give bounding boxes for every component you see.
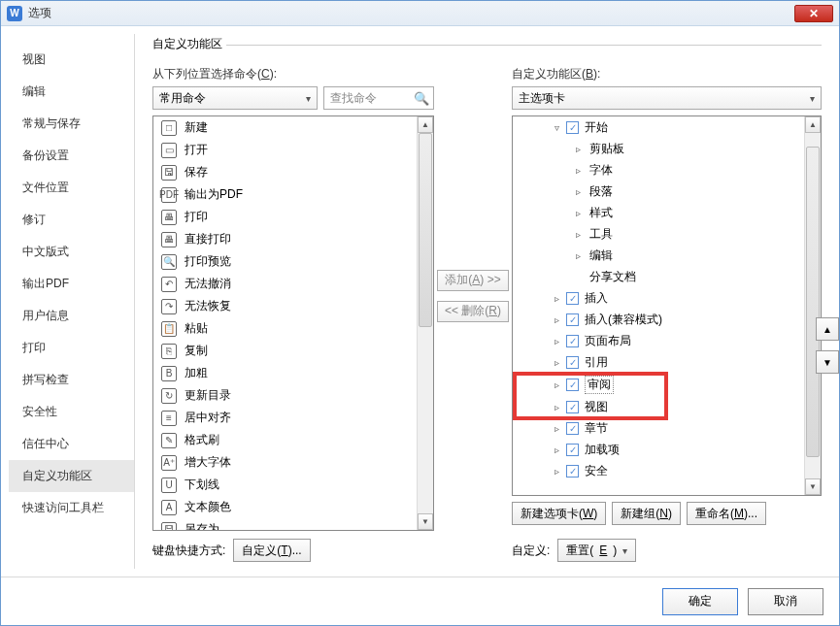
checkbox[interactable]: ✓ [566,422,579,435]
sidebar-item[interactable]: 常规与保存 [9,108,134,140]
checkbox[interactable]: ✓ [566,444,579,456]
expand-icon[interactable]: ▹ [552,402,562,412]
command-item[interactable]: A⁺增大字体▸ [153,451,433,474]
tree-row[interactable]: ▹✓插入 [513,287,821,309]
checkbox[interactable]: ✓ [566,356,579,369]
command-item[interactable]: ↷无法恢复 [153,295,433,317]
tree-row[interactable]: ▿✓开始 [513,116,821,138]
tree-row[interactable]: ▹✓引用 [513,351,821,373]
tree-row[interactable]: ▹✓页面布局 [513,330,821,351]
rename-button[interactable]: 重命名(M)... [687,502,766,525]
expand-icon[interactable] [573,272,584,282]
add-button[interactable]: 添加(A) >> [437,270,509,291]
cancel-button[interactable]: 取消 [748,588,823,615]
commands-category-dropdown[interactable]: 常用命令▾ [152,86,318,110]
expand-icon[interactable]: ▹ [552,466,562,477]
expand-icon[interactable]: ▹ [552,445,562,455]
sidebar-item[interactable]: 拼写检查 [9,364,134,396]
tree-row[interactable]: ▹✓安全 [513,460,821,481]
scroll-thumb[interactable] [806,147,820,457]
command-item[interactable]: PDF输出为PDF [153,183,433,206]
command-item[interactable]: 📋粘贴 [153,317,433,340]
expand-icon[interactable]: ▹ [573,229,584,240]
scrollbar[interactable]: ▲ ▼ [417,116,433,530]
ribbon-tree[interactable]: ▿✓开始▹剪贴板▹字体▹段落▹样式▹工具▹编辑分享文档▹✓插入▹✓插入(兼容模式… [512,115,822,496]
expand-icon[interactable]: ▹ [573,250,584,261]
command-item[interactable]: ↶无法撤消 [153,273,433,295]
customize-shortcuts-button[interactable]: 自定义(T)... [233,539,310,562]
scrollbar[interactable]: ▲ ▼ [804,116,821,495]
commands-listbox[interactable]: □新建▭打开🖫保存PDF输出为PDF🖶打印🖶直接打印🔍打印预览↶无法撤消↷无法恢… [152,115,434,531]
tree-row[interactable]: ▹✓审阅 [513,373,821,396]
move-up-button[interactable]: ▲ [816,317,839,341]
expand-icon[interactable]: ▹ [573,208,584,218]
command-item[interactable]: 🖫保存 [153,161,433,183]
expand-icon[interactable]: ▹ [552,336,562,346]
command-item[interactable]: 🖶直接打印 [153,228,433,250]
command-item[interactable]: ▭打开 [153,139,433,161]
sidebar-item[interactable]: 打印 [9,332,134,364]
tree-row[interactable]: ▹✓加载项 [513,439,821,460]
expand-icon[interactable]: ▹ [573,144,584,154]
new-group-button[interactable]: 新建组(N) [612,502,681,525]
checkbox[interactable]: ✓ [566,292,579,305]
command-item[interactable]: 🔍打印预览 [153,250,433,273]
expand-icon[interactable]: ▹ [573,186,584,197]
tree-row[interactable]: ▹✓章节 [513,417,821,439]
scroll-thumb[interactable] [419,133,432,327]
command-item[interactable]: 🖫另存为▸ [153,518,433,531]
ribbon-tabs-dropdown[interactable]: 主选项卡▾ [512,86,822,110]
close-button[interactable]: ✕ [794,5,833,22]
reset-dropdown-button[interactable]: 重置(E)▾ [557,539,636,562]
tree-row[interactable]: ▹字体 [513,159,821,181]
tree-row[interactable]: ▹编辑 [513,245,821,266]
search-commands-input[interactable]: 查找命令 🔍 [323,86,434,110]
command-item[interactable]: ✎格式刷 [153,429,433,451]
ok-button[interactable]: 确定 [662,588,738,615]
sidebar-item[interactable]: 快速访问工具栏 [9,492,134,524]
move-down-button[interactable]: ▼ [816,350,839,374]
sidebar-item[interactable]: 备份设置 [9,140,134,172]
tree-row[interactable]: ▹✓视图 [513,396,821,417]
expand-icon[interactable]: ▿ [552,122,562,133]
scroll-down-button[interactable]: ▼ [418,513,433,530]
sidebar-item[interactable]: 信任中心 [9,428,134,460]
sidebar-item[interactable]: 文件位置 [9,172,134,204]
command-item[interactable]: B加粗 [153,362,433,384]
tree-row[interactable]: ▹✓插入(兼容模式) [513,309,821,330]
checkbox[interactable]: ✓ [566,401,579,413]
tree-row[interactable]: 分享文档 [513,266,821,287]
checkbox[interactable]: ✓ [566,121,579,134]
expand-icon[interactable]: ▹ [552,423,562,434]
checkbox[interactable]: ✓ [566,313,579,326]
command-item[interactable]: □新建 [153,116,433,139]
scroll-up-button[interactable]: ▲ [805,116,821,133]
command-item[interactable]: 🖶打印 [153,206,433,228]
remove-button[interactable]: << 删除(R) [437,301,509,322]
sidebar-item[interactable]: 输出PDF [9,268,134,300]
sidebar-item[interactable]: 安全性 [9,396,134,428]
tree-row[interactable]: ▹工具 [513,223,821,245]
command-item[interactable]: U下划线▸ [153,474,433,496]
tree-row[interactable]: ▹剪贴板 [513,138,821,159]
command-item[interactable]: ⎘复制 [153,340,433,362]
scroll-up-button[interactable]: ▲ [418,116,433,133]
expand-icon[interactable]: ▹ [552,293,562,304]
sidebar-item[interactable]: 用户信息 [9,300,134,332]
checkbox[interactable]: ✓ [566,465,579,478]
command-item[interactable]: A文本颜色▸ [153,496,433,518]
expand-icon[interactable]: ▹ [552,357,562,368]
command-item[interactable]: ≡居中对齐 [153,407,433,429]
checkbox[interactable]: ✓ [566,379,579,391]
sidebar-item[interactable]: 自定义功能区 [9,460,134,492]
expand-icon[interactable]: ▹ [552,314,562,325]
sidebar-item[interactable]: 中文版式 [9,236,134,268]
sidebar-item[interactable]: 编辑 [9,76,134,108]
scroll-down-button[interactable]: ▼ [805,478,821,495]
expand-icon[interactable]: ▹ [552,379,562,390]
checkbox[interactable]: ✓ [566,335,579,347]
expand-icon[interactable]: ▹ [573,165,584,176]
tree-row[interactable]: ▹段落 [513,181,821,202]
sidebar-item[interactable]: 修订 [9,204,134,236]
new-tab-button[interactable]: 新建选项卡(W) [512,502,606,525]
